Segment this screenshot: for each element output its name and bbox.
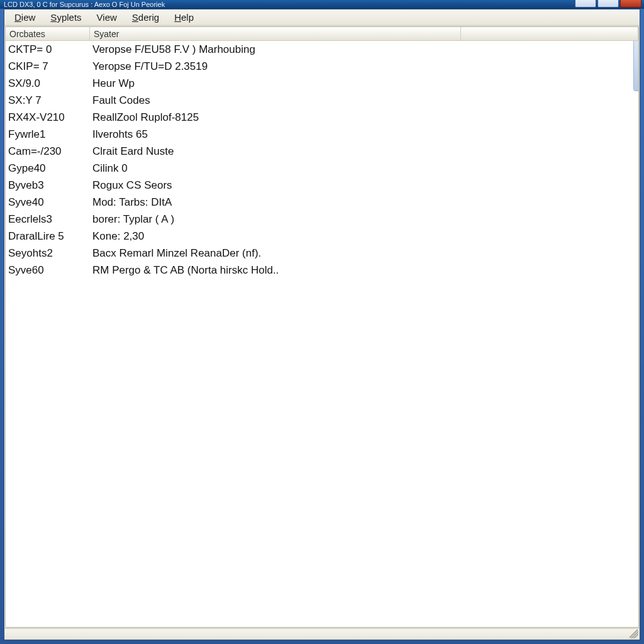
- cell-orcbates: Eecrlels3: [6, 213, 90, 226]
- cell-syater: Veropse F/EU58 F.V ) Marhoubing: [90, 43, 631, 56]
- cell-orcbates: CKTP= 0: [6, 43, 90, 56]
- app-window: LCD DX3, 0 C for Supcurus : Aexo O Foj U…: [0, 0, 644, 644]
- column-header-orcbates[interactable]: Orcbates: [6, 27, 90, 40]
- table-row[interactable]: Gype40Cilink 0: [6, 160, 638, 177]
- column-header-syater[interactable]: Syater: [90, 27, 461, 40]
- table-row[interactable]: Eecrlels3borer: Typlar ( A ): [6, 211, 638, 228]
- table-row[interactable]: SX:Y 7Fault Codes: [6, 92, 638, 109]
- cell-syater: borer: Typlar ( A ): [90, 213, 631, 226]
- menu-sderig[interactable]: Sderig: [125, 11, 167, 24]
- cell-orcbates: RX4X-V210: [6, 111, 90, 124]
- listview-header: Orcbates Syater: [6, 27, 638, 41]
- cell-orcbates: CKIP= 7: [6, 60, 90, 73]
- maximize-button[interactable]: [597, 0, 619, 8]
- close-button[interactable]: [620, 0, 641, 8]
- cell-syater: ReallZool Ruplof-8125: [90, 111, 631, 124]
- menu-help[interactable]: Help: [167, 11, 201, 24]
- cell-orcbates: DraralLire 5: [6, 230, 90, 243]
- cell-syater: Ilverohts 65: [90, 128, 631, 141]
- cell-orcbates: Syve60: [6, 264, 90, 277]
- table-row[interactable]: Syve60RM Pergo & TC AB (Norta hirskc Hol…: [6, 262, 638, 279]
- table-row[interactable]: Byveb3Rogux CS Seors: [6, 177, 638, 194]
- cell-syater: Kone: 2,30: [90, 230, 631, 243]
- cell-syater: Mod: Tarbs: DItA: [90, 196, 631, 209]
- menu-view[interactable]: View: [89, 11, 125, 24]
- cell-orcbates: Fywrle1: [6, 128, 90, 141]
- table-row[interactable]: SX/9.0Heur Wp: [6, 75, 638, 92]
- menubar: Diew Syplets View Sderig Help: [4, 9, 640, 26]
- listview: Orcbates Syater CKTP= 0Veropse F/EU58 F.…: [5, 26, 639, 628]
- cell-orcbates: SX/9.0: [6, 77, 90, 90]
- cell-syater: Bacx Remarl Minzel ReanaDer (nf).: [90, 247, 631, 260]
- cell-orcbates: Byveb3: [6, 179, 90, 192]
- table-row[interactable]: Fywrle1Ilverohts 65: [6, 126, 638, 143]
- resize-grip-icon[interactable]: [630, 630, 638, 638]
- cell-syater: Cilink 0: [90, 162, 631, 175]
- cell-orcbates: Seyohts2: [6, 247, 90, 260]
- cell-orcbates: Cam=-/230: [6, 145, 90, 158]
- cell-syater: Rogux CS Seors: [90, 179, 631, 192]
- table-row[interactable]: CKTP= 0Veropse F/EU58 F.V ) Marhoubing: [6, 41, 638, 58]
- vertical-scrollbar[interactable]: [633, 41, 638, 91]
- cell-syater: Yeropse F/TU=D 2.3519: [90, 60, 631, 73]
- cell-orcbates: SX:Y 7: [6, 94, 90, 107]
- listview-body[interactable]: CKTP= 0Veropse F/EU58 F.V ) MarhoubingCK…: [6, 41, 638, 627]
- titlebar[interactable]: LCD DX3, 0 C for Supcurus : Aexo O Foj U…: [0, 0, 644, 9]
- table-row[interactable]: RX4X-V210ReallZool Ruplof-8125: [6, 109, 638, 126]
- cell-orcbates: Syve40: [6, 196, 90, 209]
- table-row[interactable]: Syve40Mod: Tarbs: DItA: [6, 194, 638, 211]
- client-area: Diew Syplets View Sderig Help Orcbates S…: [4, 9, 640, 640]
- menu-diew[interactable]: Diew: [7, 11, 43, 24]
- titlebar-text: LCD DX3, 0 C for Supcurus : Aexo O Foj U…: [4, 0, 165, 9]
- cell-syater: Fault Codes: [90, 94, 631, 107]
- cell-syater: RM Pergo & TC AB (Norta hirskc Hold..: [90, 264, 631, 277]
- minimize-button[interactable]: [575, 0, 596, 8]
- statusbar: [4, 628, 640, 640]
- cell-syater: Heur Wp: [90, 77, 631, 90]
- table-row[interactable]: DraralLire 5Kone: 2,30: [6, 228, 638, 245]
- caption-button-group: [575, 0, 641, 8]
- menu-syplets[interactable]: Syplets: [43, 11, 89, 24]
- cell-syater: Clrait Eard Nuste: [90, 145, 631, 158]
- table-row[interactable]: CKIP= 7Yeropse F/TU=D 2.3519: [6, 58, 638, 75]
- column-header-empty[interactable]: [461, 27, 638, 40]
- table-row[interactable]: Seyohts2Bacx Remarl Minzel ReanaDer (nf)…: [6, 245, 638, 262]
- cell-orcbates: Gype40: [6, 162, 90, 175]
- table-row[interactable]: Cam=-/230Clrait Eard Nuste: [6, 143, 638, 160]
